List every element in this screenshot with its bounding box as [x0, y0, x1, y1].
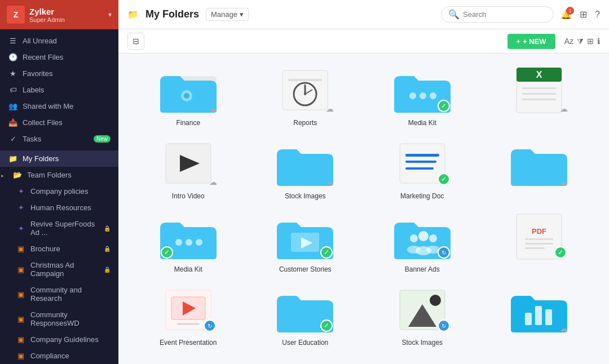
check-badge: ✓ — [438, 100, 450, 112]
sidebar-item-all-unread[interactable]: ☰ All Unread — [0, 33, 118, 49]
sidebar-item-brochure[interactable]: ▣ Brochure 🔒 — [0, 241, 118, 257]
folder-intro-video[interactable]: ☁ Intro Video — [135, 138, 241, 200]
sort-az-icon[interactable]: Az — [564, 37, 573, 46]
sidebar-label-brochure: Brochure — [30, 245, 102, 253]
content-area: ☁ Finance ☁ Reports — [118, 54, 609, 364]
sidebar-item-shared-with-me[interactable]: 👥 Shared with Me — [0, 98, 118, 114]
svg-rect-47 — [545, 309, 552, 325]
sidebar-item-community-and-research[interactable]: ▣ Community and Research — [0, 282, 118, 307]
folder-excel-doc[interactable]: X ☁ — [487, 65, 593, 127]
check-badge: ✓ — [161, 246, 173, 259]
main-area: 📁 My Folders Manage ▾ 🔍 🔔 1 ⊞ ? ⊟ + + NE… — [118, 0, 609, 364]
cloud-icon: ☁ — [560, 324, 568, 333]
svg-rect-45 — [525, 313, 532, 325]
sidebar-item-human-resources[interactable]: ✦ Human Resources — [0, 199, 118, 216]
search-box[interactable]: 🔍 — [441, 6, 554, 23]
sidebar-item-my-folders[interactable]: 📁 My Folders — [0, 150, 118, 167]
expand-icon: ▸ — [1, 172, 4, 178]
help-icon[interactable]: ? — [595, 10, 600, 20]
filter-icon[interactable]: ⧩ — [577, 37, 584, 46]
brand-name: Zylker — [29, 7, 108, 16]
svg-rect-4 — [288, 79, 322, 81]
company-policies-icon: ✦ — [16, 187, 26, 196]
folder-pdf-doc[interactable]: PDF ✓ — [487, 211, 593, 273]
sidebar-item-labels[interactable]: 🏷 Labels — [0, 82, 118, 98]
sidebar-label-compliance: Compliance — [30, 352, 111, 360]
sync-badge: ↻ — [438, 319, 450, 332]
compliance-icon: ▣ — [16, 352, 26, 360]
svg-point-28 — [418, 231, 429, 241]
shared-icon: 👥 — [8, 102, 18, 110]
sync-badge: ↻ — [204, 319, 216, 332]
folder-label-finance: Finance — [176, 119, 200, 127]
manage-button[interactable]: Manage ▾ — [206, 8, 249, 21]
folder-stock-images-2[interactable]: ↻ Stock Images — [369, 285, 475, 347]
all-unread-icon: ☰ — [8, 37, 18, 45]
sidebar-item-revive-superfoods[interactable]: ✦ Revive SuperFoods Ad ... 🔒 — [0, 216, 118, 241]
svg-rect-13 — [522, 87, 556, 89]
toolbar-right-icons: Az ⧩ ⊞ ℹ — [564, 37, 600, 46]
folder-label-stock-images-2: Stock Images — [401, 339, 443, 347]
grid-view-icon[interactable]: ⊞ — [587, 37, 594, 46]
sidebar-item-team-folders[interactable]: ▸ 📂 Team Folders — [0, 167, 118, 183]
folder-reports[interactable]: ☁ Reports — [253, 65, 359, 127]
plus-icon: + — [517, 37, 521, 46]
new-button[interactable]: + + NEW — [508, 34, 555, 49]
sidebar-item-community-responses-wd[interactable]: ▣ Community ResponsesWD — [0, 307, 118, 331]
sidebar-item-compliance[interactable]: ▣ Compliance — [0, 348, 118, 364]
sidebar-item-collect-files[interactable]: 📥 Collect Files — [0, 114, 118, 131]
folder-customer-stories[interactable]: ✓ Customer Stories — [253, 211, 359, 273]
folder-event-presentation[interactable]: ↻ Event Presentation — [135, 285, 241, 347]
sidebar-item-recent-files[interactable]: 🕐 Recent Files — [0, 49, 118, 65]
svg-rect-20 — [405, 161, 436, 163]
sidebar-label-shared-with-me: Shared with Me — [23, 102, 111, 110]
christmas-lock-icon: 🔒 — [104, 267, 111, 273]
community-responses-icon: ▣ — [16, 315, 26, 323]
manage-label: Manage — [211, 10, 237, 19]
notification-badge: 1 — [566, 7, 574, 15]
sidebar-toggle-icon: ⊟ — [133, 37, 139, 46]
cloud-icon: ☁ — [560, 104, 568, 113]
apps-grid-icon[interactable]: ⊞ — [580, 9, 587, 20]
tasks-badge: New — [94, 135, 111, 143]
sidebar-item-christmas-ad-campaign[interactable]: ▣ Christmas Ad Campaign 🔒 — [0, 257, 118, 282]
collapse-sidebar-button[interactable]: ⊟ — [127, 33, 144, 50]
sidebar-item-tasks[interactable]: ✓ Tasks New — [0, 131, 118, 147]
folder-label-user-education: User Education — [282, 339, 328, 347]
folder-analytics[interactable]: ☁ — [487, 285, 593, 347]
folder-label-stock-images: Stock Images — [285, 192, 326, 200]
cloud-icon: ☁ — [560, 177, 568, 187]
sidebar-label-community-and-research: Community and Research — [30, 286, 111, 303]
christmas-icon: ▣ — [16, 265, 26, 274]
folder-stock-images[interactable]: ☁ Stock Images — [253, 138, 359, 200]
folder-label-customer-stories: Customer Stories — [279, 265, 332, 273]
search-input[interactable] — [463, 10, 546, 19]
folder-blank[interactable]: ☁ — [487, 138, 593, 200]
sidebar-item-company-guidelines[interactable]: ▣ Company Guidelines — [0, 331, 118, 348]
folder-marketing-doc[interactable]: ✓ Marketing Doc — [369, 138, 475, 200]
collect-icon: 📥 — [8, 118, 18, 127]
folder-user-education[interactable]: ✓ User Education — [253, 285, 359, 347]
sidebar-label-human-resources: Human Resources — [30, 203, 111, 212]
folder-finance[interactable]: ☁ Finance — [135, 65, 241, 127]
chevron-down-icon: ▾ — [108, 11, 112, 19]
svg-point-29 — [429, 234, 437, 242]
svg-point-23 — [186, 239, 192, 246]
topbar-icons: 🔔 1 ⊞ ? — [561, 9, 600, 20]
brochure-icon: ▣ — [16, 245, 26, 253]
folder-media-kit-2[interactable]: ✓ Media Kit — [135, 211, 241, 273]
svg-point-27 — [410, 234, 418, 242]
revive-icon: ✦ — [16, 224, 26, 233]
folder-banner-ads[interactable]: ↻ Banner Ads — [369, 211, 475, 273]
sidebar-label-favorites: Favorites — [23, 69, 111, 78]
sidebar-item-company-policies[interactable]: ✦ Company policies — [0, 183, 118, 199]
notification-bell-icon[interactable]: 🔔 1 — [561, 9, 572, 20]
manage-chevron-icon: ▾ — [240, 10, 244, 19]
topbar: 📁 My Folders Manage ▾ 🔍 🔔 1 ⊞ ? — [118, 0, 609, 29]
folder-media-kit-1[interactable]: ✓ Media Kit — [369, 65, 475, 127]
svg-rect-36 — [525, 243, 553, 245]
info-icon[interactable]: ℹ — [597, 37, 600, 46]
sidebar-header[interactable]: Z Zylker Super Admin ▾ — [0, 0, 118, 29]
community-research-icon: ▣ — [16, 290, 26, 299]
sidebar-item-favorites[interactable]: ★ Favorites — [0, 65, 118, 82]
